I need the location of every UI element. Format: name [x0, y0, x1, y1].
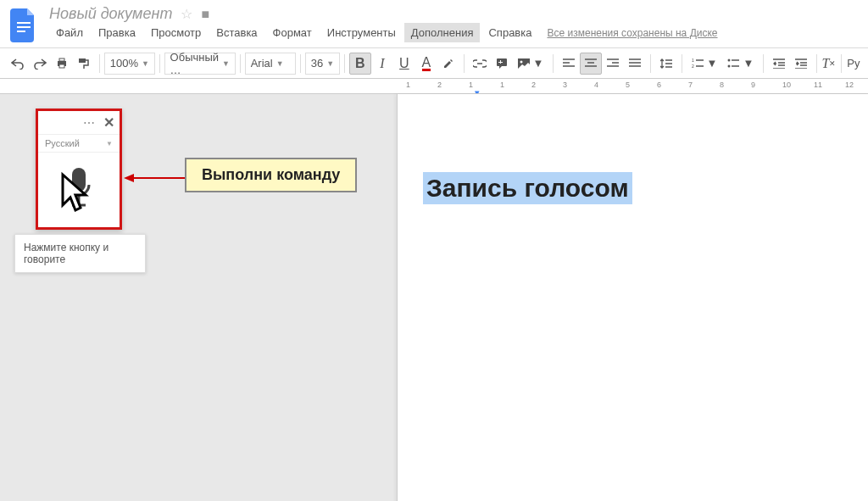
saved-status[interactable]: Все изменения сохранены на Диске — [547, 27, 717, 39]
align-left-button[interactable] — [558, 53, 580, 75]
voice-tooltip: Нажмите кнопку и говорите — [14, 234, 146, 273]
svg-rect-4 — [59, 58, 64, 61]
close-icon[interactable]: ✕ — [103, 114, 114, 131]
document-selected-text[interactable]: Запись голосом — [423, 172, 632, 204]
voice-typing-widget: ⋯ ✕ Русский ▼ — [36, 109, 122, 230]
folder-icon[interactable]: ■ — [201, 7, 209, 22]
document-page[interactable]: Запись голосом — [397, 94, 868, 501]
align-justify-button[interactable] — [624, 53, 646, 75]
more-icon[interactable]: ⋯ — [83, 116, 97, 130]
underline-button[interactable]: U — [393, 53, 415, 75]
indent-button[interactable] — [790, 53, 812, 75]
paint-format-button[interactable] — [73, 53, 95, 75]
microphone-button[interactable] — [38, 153, 120, 227]
voice-language-dropdown[interactable]: Русский ▼ — [38, 135, 120, 153]
cursor-icon — [55, 171, 96, 222]
menu-view[interactable]: Просмотр — [144, 23, 208, 42]
image-dropdown[interactable]: ▼ — [513, 53, 549, 75]
menu-file[interactable]: Файл — [49, 23, 90, 42]
numbered-list-button[interactable]: 12▼ — [687, 53, 723, 75]
svg-marker-17 — [124, 174, 134, 182]
svg-rect-1 — [17, 26, 31, 28]
svg-rect-0 — [17, 22, 31, 24]
font-dropdown[interactable]: Arial▼ — [245, 53, 296, 75]
italic-button[interactable]: I — [371, 53, 393, 75]
menu-help[interactable]: Справка — [481, 23, 538, 42]
svg-text:1: 1 — [692, 58, 694, 63]
menu-addons[interactable]: Дополнения — [404, 23, 481, 42]
svg-point-14 — [728, 58, 731, 61]
annotation-arrow-icon — [124, 173, 186, 183]
redo-button[interactable] — [29, 53, 51, 75]
svg-rect-9 — [498, 62, 503, 63]
style-dropdown[interactable]: Обычный …▼ — [164, 53, 236, 75]
bold-button[interactable]: B — [349, 53, 371, 75]
svg-rect-2 — [17, 31, 25, 32]
star-icon[interactable]: ☆ — [181, 6, 192, 22]
bulleted-list-button[interactable]: ▼ — [722, 53, 759, 75]
highlight-button[interactable] — [437, 53, 459, 75]
svg-point-15 — [728, 64, 731, 67]
voice-language-label: Русский — [45, 138, 80, 148]
indent-marker-icon[interactable]: ▾ — [475, 87, 480, 94]
menu-format[interactable]: Формат — [266, 23, 319, 42]
chevron-down-icon: ▼ — [106, 140, 113, 148]
doc-title[interactable]: Новый документ — [49, 5, 172, 23]
text-color-button[interactable]: A — [415, 53, 437, 75]
comment-button[interactable] — [491, 53, 513, 75]
outdent-button[interactable] — [768, 53, 790, 75]
docs-logo — [7, 8, 41, 42]
menu-edit[interactable]: Правка — [92, 23, 142, 42]
ruler: 1211234567891011121314 ▾ — [0, 79, 868, 94]
menu-insert[interactable]: Вставка — [209, 23, 264, 42]
svg-text:2: 2 — [692, 64, 694, 69]
link-button[interactable] — [469, 53, 491, 75]
svg-rect-6 — [79, 58, 86, 63]
svg-point-11 — [520, 60, 522, 63]
line-spacing-button[interactable] — [655, 53, 677, 75]
align-right-button[interactable] — [602, 53, 624, 75]
print-button[interactable] — [51, 53, 73, 75]
annotation-callout: Выполни команду — [185, 158, 357, 192]
font-size-dropdown[interactable]: 36▼ — [305, 53, 340, 75]
clear-format-button[interactable]: T✕ — [821, 53, 837, 75]
zoom-dropdown[interactable]: 100%▼ — [104, 53, 155, 75]
align-center-button[interactable] — [580, 53, 602, 75]
menu-tools[interactable]: Инструменты — [320, 23, 403, 42]
toolbar: 100%▼ Обычный …▼ Arial▼ 36▼ B I U A ▼ 12… — [0, 48, 868, 79]
undo-button[interactable] — [7, 53, 29, 75]
input-tools-button[interactable]: Ру — [846, 53, 861, 75]
svg-rect-5 — [59, 64, 64, 68]
